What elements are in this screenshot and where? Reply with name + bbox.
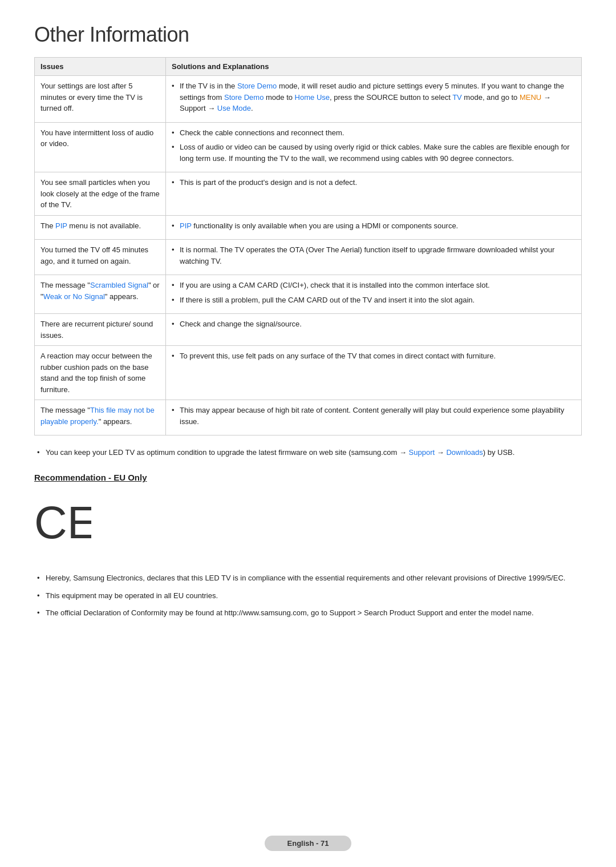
- table-row: You turned the TV off 45 minutes ago, an…: [35, 240, 582, 275]
- solution-cell: If you are using a CAM CARD (CI/CI+), ch…: [166, 275, 582, 314]
- issue-cell: You see small particles when you look cl…: [35, 172, 166, 216]
- support-link: Support: [409, 448, 435, 457]
- pip-link1: PIP: [55, 221, 67, 230]
- issue-cell: The PIP menu is not available.: [35, 215, 166, 240]
- use-mode-link: Use Mode: [217, 104, 251, 112]
- table-row: The PIP menu is not available. PIP funct…: [35, 215, 582, 240]
- issue-cell: Your settings are lost after 5 minutes o…: [35, 76, 166, 123]
- solution-cell: This is part of the product's design and…: [166, 172, 582, 216]
- recommendation-bullet-3: The official Declaration of Conformity m…: [34, 607, 582, 619]
- solution-cell: Check and change the signal/source.: [166, 314, 582, 346]
- table-row: The message "This file may not be playab…: [35, 400, 582, 435]
- solution-cell: This may appear because of high bit rate…: [166, 400, 582, 435]
- issue-cell: A reaction may occur between the rubber …: [35, 346, 166, 400]
- table-row: Your settings are lost after 5 minutes o…: [35, 76, 582, 123]
- issue-cell: The message "This file may not be playab…: [35, 400, 166, 435]
- col-solutions-header: Solutions and Explanations: [166, 58, 582, 76]
- issues-table: Issues Solutions and Explanations Your s…: [34, 57, 582, 435]
- col-issues-header: Issues: [35, 58, 166, 76]
- recommendation-bullet-2: This equipment may be operated in all EU…: [34, 590, 582, 602]
- page-number-badge: English - 71: [265, 836, 352, 851]
- page-title: Other Information: [34, 23, 582, 47]
- table-row: There are recurrent picture/ sound issue…: [35, 314, 582, 346]
- firmware-note: You can keep your LED TV as optimum cond…: [34, 447, 582, 459]
- issue-cell: You turned the TV off 45 minutes ago, an…: [35, 240, 166, 275]
- downloads-link: Downloads: [446, 448, 483, 457]
- issue-cell: The message "Scrambled Signal" or "Weak …: [35, 275, 166, 314]
- svg-text:CE: CE: [34, 497, 91, 543]
- table-row: The message "Scrambled Signal" or "Weak …: [35, 275, 582, 314]
- pip-link2: PIP: [180, 221, 192, 230]
- solution-cell: Check the cable connections and reconnec…: [166, 122, 582, 172]
- table-row: A reaction may occur between the rubber …: [35, 346, 582, 400]
- solution-cell: PIP functionality is only available when…: [166, 215, 582, 240]
- page-number-text: English - 71: [287, 839, 329, 848]
- tv-link: TV: [452, 93, 462, 102]
- store-demo-link2: Store Demo: [224, 93, 264, 102]
- table-row: You have intermittent loss of audio or v…: [35, 122, 582, 172]
- solution-cell: To prevent this, use felt pads on any su…: [166, 346, 582, 400]
- issue-cell: You have intermittent loss of audio or v…: [35, 122, 166, 172]
- solution-cell: It is normal. The TV operates the OTA (O…: [166, 240, 582, 275]
- recommendation-bullet-1: Hereby, Samsung Electronics, declares th…: [34, 572, 582, 584]
- weak-signal-link: Weak or No Signal: [43, 292, 105, 301]
- file-playable-link: This file may not be playable properly.: [40, 406, 155, 426]
- scrambled-signal-link: Scrambled Signal: [90, 281, 148, 289]
- issue-cell: There are recurrent picture/ sound issue…: [35, 314, 166, 346]
- page-footer: English - 71: [0, 836, 616, 851]
- recommendation-section: Recommendation - EU Only CE Hereby, Sams…: [34, 473, 582, 619]
- ce-logo-container: CE: [34, 491, 582, 561]
- recommendation-title: Recommendation - EU Only: [34, 473, 582, 482]
- menu-link: MENU: [520, 93, 541, 102]
- ce-logo: CE: [34, 497, 91, 550]
- store-demo-link1: Store Demo: [237, 82, 277, 90]
- home-use-link: Home Use: [295, 93, 330, 102]
- solution-cell: If the TV is in the Store Demo mode, it …: [166, 76, 582, 123]
- table-row: You see small particles when you look cl…: [35, 172, 582, 216]
